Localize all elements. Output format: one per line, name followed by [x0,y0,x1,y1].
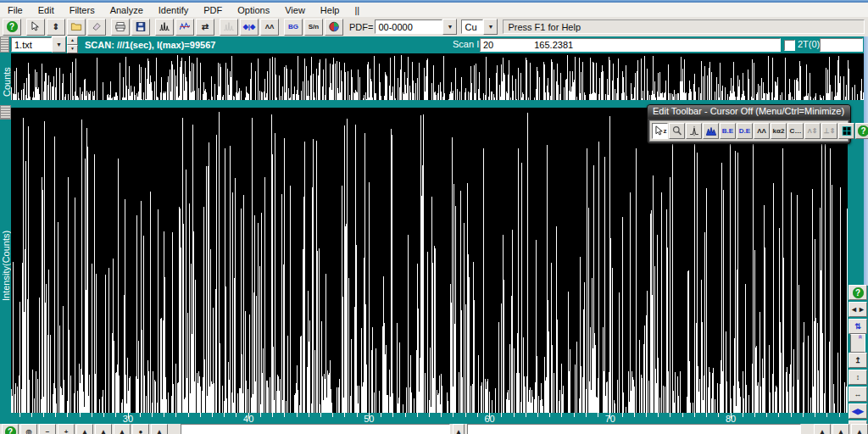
scan-id-value: 20 [483,40,493,50]
file-combo[interactable]: 1.txt ▼ [11,37,66,52]
help-button[interactable]: ? [3,19,21,36]
right-help-button[interactable]: ? [849,285,867,300]
main-plot[interactable] [11,108,848,413]
file-combo-value[interactable]: 1.txt [11,37,52,52]
edit-toolbar-title[interactable]: Edit Toolbar - Cursor Off (Menu/Ctrl=Min… [648,105,850,119]
page-up-button[interactable]: « [850,334,865,353]
tile-view-icon [841,125,853,136]
nudge-right-button[interactable]: ▲ [114,424,131,434]
menu-filters[interactable]: Filters [62,4,103,16]
open-file-button[interactable] [67,19,86,36]
anode-combo-value[interactable]: Cu [461,19,483,34]
background-button[interactable]: BG [284,19,303,36]
anode-combo[interactable]: Cu ▼ [461,19,498,34]
x-tick-label: 50 [359,414,379,424]
overview-chart-panel: Counts [0,53,868,102]
profile-fit-button[interactable]: ΛΛ [260,19,279,36]
calibrate-button[interactable]: C… [787,123,804,139]
x-axis-row: 304050607080 [0,413,868,424]
spinner-up-icon[interactable]: ▲ [67,36,78,45]
bottom-help-button[interactable]: ? [2,424,19,434]
spinner-down-icon[interactable]: ▼ [67,45,78,53]
expand-horizontal-button[interactable]: ↔ [849,387,867,402]
dropdown-arrow-icon[interactable]: ▼ [483,19,498,35]
menu-pdf[interactable]: PDF [196,4,230,16]
ka2-strip-button[interactable]: kα2 [771,123,787,139]
dropdown-arrow-icon[interactable]: ▼ [52,36,66,53]
pdf-combo[interactable]: 00-0000 ▼ [375,19,457,34]
cursor-mode-button[interactable] [26,19,45,36]
bottom-field-right[interactable] [467,424,801,434]
scroll-top-button[interactable]: ↥ [849,353,867,368]
strip-ka2-icon [223,21,235,32]
tile-view-button[interactable] [838,123,854,139]
menu-analyze[interactable]: Analyze [103,4,151,16]
refresh-scan-button[interactable]: ⇄ [196,19,214,36]
help-icon: ? [5,426,16,434]
pdf-combo-value[interactable]: 00-0000 [375,19,442,34]
profile-edit-button[interactable]: ΛΛ [754,123,770,139]
zoom-icon [671,125,683,136]
edit-toolbar-window[interactable]: Edit Toolbar - Cursor Off (Menu/Ctrl=Min… [647,104,851,144]
main-y-axis-label: Intensity(Counts) [1,231,11,301]
peak-cursor-button[interactable] [686,123,702,139]
pan-2-button[interactable]: ▲ [832,424,849,434]
nudge-left-button[interactable]: ▲ [76,424,93,434]
menu-edit[interactable]: Edit [31,4,62,16]
zoom-in-button[interactable]: + [58,424,75,434]
menu-grip[interactable]: || [347,4,367,16]
signal-noise-button[interactable]: S/n [304,19,323,36]
edit-help-button[interactable]: ? [855,123,868,139]
x-tick-label: 70 [600,414,620,424]
dropdown-arrow-icon[interactable]: ▼ [442,19,457,35]
expand-vertical-button[interactable]: ↕ [849,370,867,385]
nudge-up-button[interactable]: ▲ [95,424,112,434]
menu-options[interactable]: Options [230,4,277,16]
pan-1-button[interactable]: ▲ [814,424,831,434]
print-icon [114,21,126,32]
splitter-handle-icon[interactable] [0,36,9,53]
status-message: Press F1 for Help [503,19,865,34]
print-button[interactable] [111,19,130,36]
pan-trace-button[interactable]: ◆|◆ [240,19,259,36]
cursor-mode-icon [30,21,42,32]
menu-identify[interactable]: Identify [151,4,196,16]
x-tick-label: 60 [480,414,500,424]
collapse-horizontal-button[interactable]: ◄► [849,302,867,317]
zoom-button[interactable] [669,123,685,139]
x-tick-label: 30 [118,414,138,424]
pdf-database-button[interactable] [325,19,343,36]
erase-data-icon [91,21,103,32]
two-theta-zero-checkbox[interactable] [784,40,795,51]
show-pattern-icon [159,21,170,32]
target-button[interactable]: ◎ [20,424,37,434]
scan-id-field[interactable]: 20 165.2381 [480,38,781,52]
zoom-out-button[interactable]: − [39,424,56,434]
diffraction-edit-button[interactable]: D.E [737,123,753,139]
bottom-scroll-arrow[interactable]: ▲ [453,424,465,434]
menu-file[interactable]: File [0,4,31,16]
scan-spinner[interactable]: ▲ ▼ [67,36,78,53]
two-theta-zero-field[interactable] [820,38,863,52]
nudge-top-button[interactable]: ▲ [151,424,168,434]
overview-plot[interactable] [11,53,864,100]
area-peaks-button[interactable] [703,123,719,139]
scale-updown-button[interactable]: ⇕ [47,19,65,36]
application-window: FileEditFiltersAnalyzeIdentifyPDFOptions… [0,0,868,434]
menu-help[interactable]: Help [313,4,348,16]
help-icon: ? [7,21,18,32]
cursor-z-button[interactable]: z [652,123,668,139]
show-pattern-button[interactable] [155,19,174,36]
area-peaks-icon [705,125,717,136]
save-icon [135,21,147,32]
reset-view-button[interactable]: ● [132,424,149,434]
range-select-button[interactable]: ⇅ [849,319,867,334]
pan-3-button[interactable]: ▲ [851,424,868,434]
smooth-data-button[interactable] [175,19,194,36]
save-button[interactable] [131,19,150,36]
bottom-field-left[interactable] [181,424,450,434]
background-edit-button[interactable]: B.E [720,123,736,139]
pan-horizontal-button[interactable]: ◀▶ [849,403,867,419]
menu-view[interactable]: View [277,4,313,16]
erase-data-button[interactable] [87,19,106,36]
